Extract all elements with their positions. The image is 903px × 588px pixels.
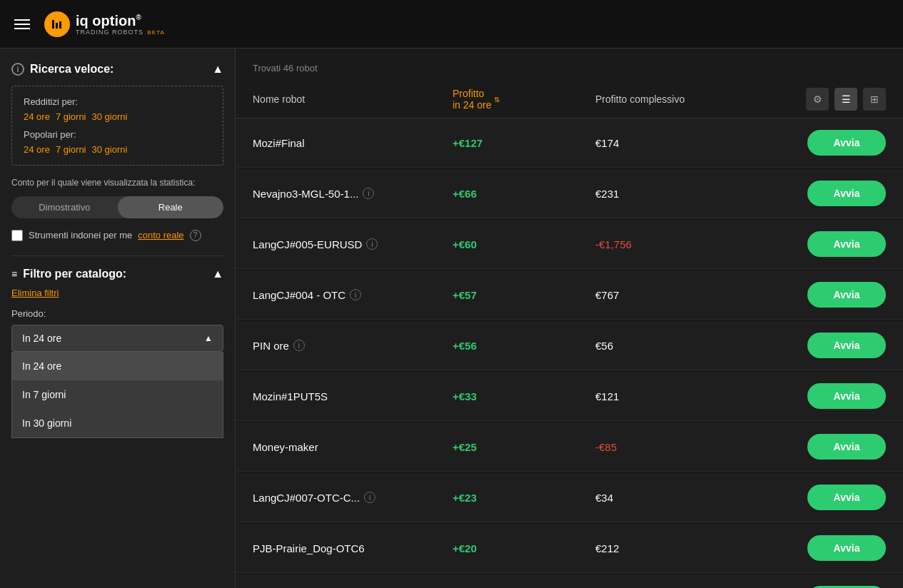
conto-reale-help-icon[interactable]: ?	[190, 230, 201, 241]
table-row: Money-maker +€25 -€85 Avvia	[236, 422, 903, 472]
logo-area: iq option® TRADING ROBOTS BETA	[44, 11, 165, 37]
profit-total-cell: €34	[595, 492, 807, 504]
profit-total-cell: -€85	[595, 441, 807, 453]
elimina-filtri-link[interactable]: Elimina filtri	[11, 288, 223, 298]
table-row: Mozin#1PUT5S +€33 €121 Avvia	[236, 372, 903, 421]
profit-24-cell: +€66	[453, 188, 595, 200]
col-profit-24-label: Profitto in 24 ore	[453, 88, 491, 111]
table-row: LangCJ#004 - OTC i +€57 €767 Avvia	[236, 270, 903, 320]
list-view-icon-btn[interactable]: ☰	[834, 88, 857, 111]
popolari-7giorni-link[interactable]: 7 giorni	[56, 144, 86, 155]
beta-badge: BETA	[148, 29, 165, 36]
robot-name-text: LangCJ#007-OTC-C...	[253, 492, 360, 504]
profit-24-cell: +€57	[453, 289, 595, 301]
svg-rect-2	[59, 21, 61, 29]
robot-name-cell: LangCJ#007-OTC-C... i	[253, 492, 453, 504]
periodo-option-1[interactable]: In 7 giorni	[12, 380, 223, 409]
conto-reale-link[interactable]: conto reale	[138, 230, 183, 240]
avvia-button[interactable]: Avvia	[807, 333, 886, 358]
robot-name-cell: PJB-Prairie_Dog-OTC6	[253, 542, 453, 554]
profit-total-cell: €174	[595, 137, 807, 149]
sort-icon[interactable]: ⇅	[494, 96, 500, 103]
profit-total-cell: €121	[595, 390, 807, 402]
avvia-button[interactable]: Avvia	[807, 383, 886, 409]
robot-name-text: LangCJ#004 - OTC	[253, 289, 345, 301]
robot-name-cell: Mozin#1PUT5S	[253, 390, 453, 402]
periodo-dropdown-container: In 24 ore ▲ In 24 ore In 7 giorni In 30 …	[11, 325, 223, 352]
periodo-dropdown[interactable]: In 24 ore ▲	[11, 325, 223, 352]
robot-name-text: LangCJ#005-EURUSD	[253, 238, 362, 250]
robot-info-icon[interactable]: i	[366, 238, 378, 250]
table-body: Mozi#Final +€127 €174 Avvia Nevajno3-MGL…	[236, 118, 903, 588]
avvia-button[interactable]: Avvia	[807, 434, 886, 460]
filter-header: ≡ Filtro per catalogo: ▲	[11, 268, 223, 280]
hamburger-menu[interactable]	[14, 19, 30, 29]
robot-name-text: Money-maker	[253, 441, 318, 453]
table-header: Nome robot Profitto in 24 ore ⇅ Profitto…	[236, 81, 903, 118]
logo-icon	[44, 11, 70, 37]
filter-section: ≡ Filtro per catalogo: ▲ Elimina filtri …	[11, 268, 223, 352]
filter-collapse-icon[interactable]: ▲	[212, 268, 223, 280]
robot-name-cell: LangCJ#005-EURUSD i	[253, 238, 453, 250]
robot-name-text: Mozi#Final	[253, 137, 305, 149]
quick-search-section: i Ricerca veloce: ▲ Redditizi per: 24 or…	[11, 63, 223, 241]
settings-icon-btn[interactable]: ⚙	[806, 88, 829, 111]
quick-search-info-icon[interactable]: i	[11, 63, 24, 76]
avvia-button[interactable]: Avvia	[807, 485, 886, 510]
grid-view-icon-btn[interactable]: ⊞	[863, 88, 886, 111]
svg-rect-1	[56, 23, 58, 29]
dimostrativo-toggle[interactable]: Dimostrativo	[11, 196, 118, 218]
avvia-button[interactable]: Avvia	[807, 282, 886, 308]
profit-total-cell: €56	[595, 340, 807, 352]
redditizi-30giorni-link[interactable]: 30 giorni	[92, 111, 128, 122]
conto-label: Conto per il quale viene visualizzata la…	[11, 177, 223, 189]
robot-name-cell: LangCJ#004 - OTC i	[253, 289, 453, 301]
periodo-selected-value: In 24 ore	[22, 333, 61, 344]
logo-text: iq option® TRADING ROBOTS BETA	[76, 13, 165, 36]
filter-title: ≡ Filtro per catalogo:	[11, 268, 126, 280]
popolari-24ore-link[interactable]: 24 ore	[24, 144, 50, 155]
popolari-30giorni-link[interactable]: 30 giorni	[92, 144, 128, 155]
profit-24-cell: +€60	[453, 238, 595, 250]
main-layout: i Ricerca veloce: ▲ Redditizi per: 24 or…	[0, 49, 903, 588]
brand-name: iq option®	[76, 13, 165, 29]
robot-info-icon[interactable]: i	[364, 492, 375, 503]
robot-name-cell: Mozi#Final	[253, 137, 453, 149]
quick-search-collapse-icon[interactable]: ▲	[212, 63, 223, 76]
robot-info-icon[interactable]: i	[293, 340, 305, 351]
profit-24-cell: +€25	[453, 441, 595, 453]
periodo-option-0[interactable]: In 24 ore	[12, 352, 223, 380]
redditizi-links: 24 ore 7 giorni 30 giorni	[24, 111, 211, 122]
robot-info-icon[interactable]: i	[350, 289, 361, 300]
filter-icon: ≡	[11, 268, 17, 280]
quick-search-header: i Ricerca veloce: ▲	[11, 63, 223, 76]
redditizi-24ore-link[interactable]: 24 ore	[24, 111, 50, 122]
strumenti-checkbox[interactable]	[11, 230, 23, 241]
redditizi-label: Redditizi per:	[24, 96, 211, 107]
avvia-button[interactable]: Avvia	[807, 181, 886, 206]
avvia-button[interactable]: Avvia	[807, 130, 886, 156]
popolari-links: 24 ore 7 giorni 30 giorni	[24, 144, 211, 155]
dropdown-arrow-icon: ▲	[204, 333, 213, 343]
avvia-button[interactable]: Avvia	[807, 231, 886, 257]
profit-24-cell: +€23	[453, 492, 595, 504]
profit-total-cell: €767	[595, 289, 807, 301]
redditizi-7giorni-link[interactable]: 7 giorni	[56, 111, 86, 122]
robot-info-icon[interactable]: i	[363, 188, 374, 199]
strumenti-label: Strumenti indonei per me	[29, 230, 132, 240]
table-row: LangCJ#005-EURUSD i +€60 -€1,756 Avvia	[236, 220, 903, 269]
avvia-button[interactable]: Avvia	[807, 535, 886, 561]
quick-search-box: Redditizi per: 24 ore 7 giorni 30 giorni…	[11, 86, 223, 166]
profit-total-cell: -€1,756	[595, 238, 807, 250]
robot-name-cell: Nevajno3-MGL-50-1... i	[253, 188, 453, 200]
robot-name-text: PJB-Prairie_Dog-OTC6	[253, 542, 365, 554]
quick-search-title: i Ricerca veloce:	[11, 63, 113, 76]
popolari-label: Popolari per:	[24, 129, 211, 140]
periodo-option-2[interactable]: In 30 giorni	[12, 409, 223, 437]
robot-name-cell: Money-maker	[253, 441, 453, 453]
reale-toggle[interactable]: Reale	[118, 196, 224, 218]
profit-total-cell: €231	[595, 188, 807, 200]
robot-name-cell: PIN ore i	[253, 340, 453, 352]
periodo-label: Periodo:	[11, 308, 223, 319]
sidebar-divider	[11, 255, 223, 256]
